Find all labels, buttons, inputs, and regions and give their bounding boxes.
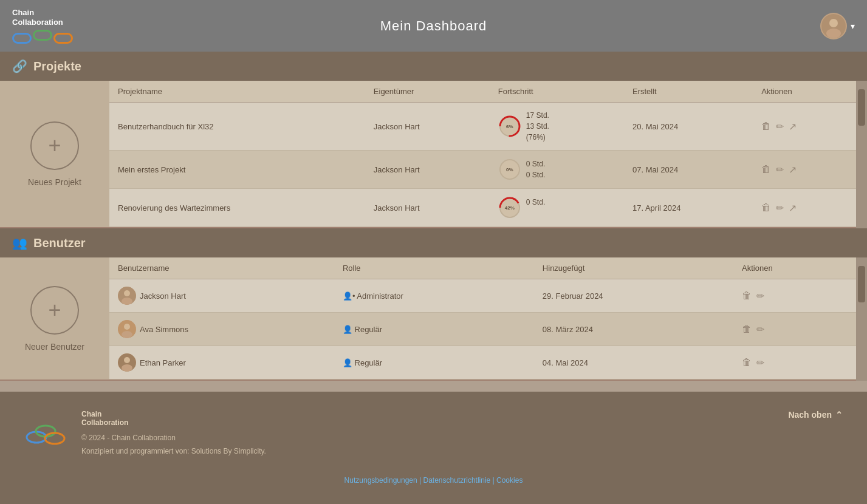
project-name: Benutzerhandbuch für Xl32 — [109, 103, 365, 151]
new-user-card[interactable]: + Neuer Benutzer — [0, 257, 109, 380]
user-avatar-sm — [118, 320, 136, 338]
users-header-row: Benutzername Rolle Hinzugefügt Aktionen — [109, 257, 856, 279]
users-scrollbar-thumb[interactable] — [858, 266, 865, 302]
col-aktionen: Aktionen — [753, 81, 856, 103]
user-name-cell: Jackson Hart — [109, 279, 334, 313]
project-owner: Jackson Hart — [365, 189, 490, 227]
col-rolle: Rolle — [334, 257, 534, 279]
privacy-link[interactable]: Datenschutzrichtlinie — [423, 476, 491, 485]
projects-body: + Neues Projekt Projektname Eigentümer F… — [0, 81, 856, 228]
user-dropdown-chevron[interactable]: ▾ — [851, 21, 855, 31]
project-created: 20. Mai 2024 — [624, 103, 753, 151]
back-to-top-button[interactable]: Nach oben ⌃ — [788, 410, 843, 420]
user-role: 👤 Regulär — [334, 313, 534, 346]
user-name-cell: Ava Simmons — [109, 313, 334, 346]
user-avatar-area[interactable]: ▾ — [820, 13, 855, 39]
user-added: 04. Mai 2024 — [534, 346, 733, 380]
open-icon[interactable]: ↗ — [789, 202, 797, 214]
edit-user-icon[interactable]: ✏ — [756, 324, 764, 335]
add-user-icon: + — [30, 286, 79, 335]
footer-logo: Chain Collaboration © 2024 - Chain Colla… — [24, 410, 266, 458]
users-section-header: 👥 Benutzer — [0, 228, 867, 257]
user-role: 👤 Regulär — [334, 346, 534, 380]
projects-scrollbar[interactable] — [856, 81, 867, 228]
svg-point-14 — [122, 331, 132, 338]
projects-table: Projektname Eigentümer Fortschritt Erste… — [109, 81, 856, 227]
projects-scrollbar-thumb[interactable] — [858, 89, 865, 126]
delete-icon[interactable]: 🗑 — [761, 164, 771, 175]
user-name-cell: Ethan Parker — [109, 346, 334, 380]
edit-icon[interactable]: ✏ — [776, 121, 784, 132]
table-row: Mein erstes Projekt Jackson Hart 0% 0 St… — [109, 151, 856, 189]
project-created: 07. Mai 2024 — [624, 151, 753, 189]
svg-point-16 — [124, 357, 130, 363]
project-owner: Jackson Hart — [365, 103, 490, 151]
col-benutzername: Benutzername — [109, 257, 334, 279]
delete-user-icon[interactable]: 🗑 — [742, 357, 752, 368]
users-table-body: Jackson Hart 👤• Administrator 29. Februa… — [109, 279, 856, 380]
col-fortschritt: Fortschritt — [490, 81, 624, 103]
svg-point-10 — [124, 290, 130, 296]
users-main: + Neuer Benutzer Benutzername Rolle Hinz… — [0, 257, 856, 381]
add-project-icon: + — [30, 121, 79, 170]
projects-section-body: + Neues Projekt Projektname Eigentümer F… — [0, 81, 867, 228]
user-actions: 🗑 ✏ — [733, 279, 856, 313]
col-erstellt: Erstellt — [624, 81, 753, 103]
users-scrollbar[interactable] — [856, 257, 867, 381]
project-owner: Jackson Hart — [365, 151, 490, 189]
user-actions: 🗑 ✏ — [733, 313, 856, 346]
project-actions: 🗑 ✏ ↗ — [753, 189, 856, 227]
user-name: Jackson Hart — [140, 291, 186, 301]
svg-point-20 — [45, 433, 64, 444]
open-icon[interactable]: ↗ — [789, 121, 797, 132]
open-icon[interactable]: ↗ — [789, 164, 797, 175]
user-avatar-sm — [118, 287, 136, 305]
svg-point-1 — [829, 19, 838, 27]
page-title: Mein Dashboard — [380, 18, 487, 34]
delete-user-icon[interactable]: 🗑 — [742, 324, 752, 335]
footer-links: Nutzungsbedingungen | Datenschutzrichtli… — [24, 476, 843, 485]
table-row: Ava Simmons 👤 Regulär 08. März 2024 🗑 ✏ — [109, 313, 856, 346]
user-added: 29. Februar 2024 — [534, 279, 733, 313]
col-hinzugefugt: Hinzugefügt — [534, 257, 733, 279]
projects-header-row: Projektname Eigentümer Fortschritt Erste… — [109, 81, 856, 103]
users-body: + Neuer Benutzer Benutzername Rolle Hinz… — [0, 257, 856, 381]
project-progress: 6% 17 Std. 13 Std. (76%) — [490, 103, 624, 151]
footer: Chain Collaboration © 2024 - Chain Colla… — [0, 392, 867, 504]
users-section: 👥 Benutzer + Neuer Benutzer Benutzername — [0, 228, 867, 381]
header: Chain Collaboration Mein Dashboard ▾ — [0, 0, 867, 52]
user-name: Ava Simmons — [140, 325, 188, 334]
edit-user-icon[interactable]: ✏ — [756, 357, 764, 369]
edit-user-icon[interactable]: ✏ — [756, 290, 764, 302]
col-user-aktionen: Aktionen — [733, 257, 856, 279]
projects-table-body: Benutzerhandbuch für Xl32 Jackson Hart 6… — [109, 103, 856, 227]
projects-heading: Projekte — [33, 60, 81, 73]
user-actions: 🗑 ✏ — [733, 346, 856, 380]
footer-copyright: © 2024 - Chain Collaboration Konzipiert … — [81, 432, 266, 458]
cookies-link[interactable]: Cookies — [496, 476, 523, 485]
project-actions: 🗑 ✏ ↗ — [753, 151, 856, 189]
main-content: 🔗 Projekte + Neues Projekt Projektname — [0, 52, 867, 392]
delete-icon[interactable]: 🗑 — [761, 202, 771, 213]
projects-table-header: Projektname Eigentümer Fortschritt Erste… — [109, 81, 856, 103]
edit-icon[interactable]: ✏ — [776, 202, 784, 214]
project-name: Renovierung des Wartezimmers — [109, 189, 365, 227]
project-progress: 0% 0 Std. 0 Std. — [490, 151, 624, 189]
edit-icon[interactable]: ✏ — [776, 164, 784, 175]
project-actions: 🗑 ✏ ↗ — [753, 103, 856, 151]
avatar[interactable] — [820, 13, 847, 39]
chain-link-blue — [12, 33, 32, 44]
terms-link[interactable]: Nutzungsbedingungen — [344, 476, 417, 485]
delete-user-icon[interactable]: 🗑 — [742, 290, 752, 301]
project-created: 17. April 2024 — [624, 189, 753, 227]
delete-icon[interactable]: 🗑 — [761, 121, 771, 132]
footer-inner: Chain Collaboration © 2024 - Chain Colla… — [24, 410, 843, 458]
svg-point-11 — [122, 298, 132, 305]
new-project-label: Neues Projekt — [28, 177, 81, 187]
projects-section-header: 🔗 Projekte — [0, 52, 867, 81]
new-user-label: Neuer Benutzer — [25, 342, 84, 352]
logo-area: Chain Collaboration — [12, 8, 73, 43]
users-icon: 👥 — [12, 236, 27, 250]
chevron-up-icon: ⌃ — [835, 410, 843, 420]
new-project-card[interactable]: + Neues Projekt — [0, 81, 109, 227]
